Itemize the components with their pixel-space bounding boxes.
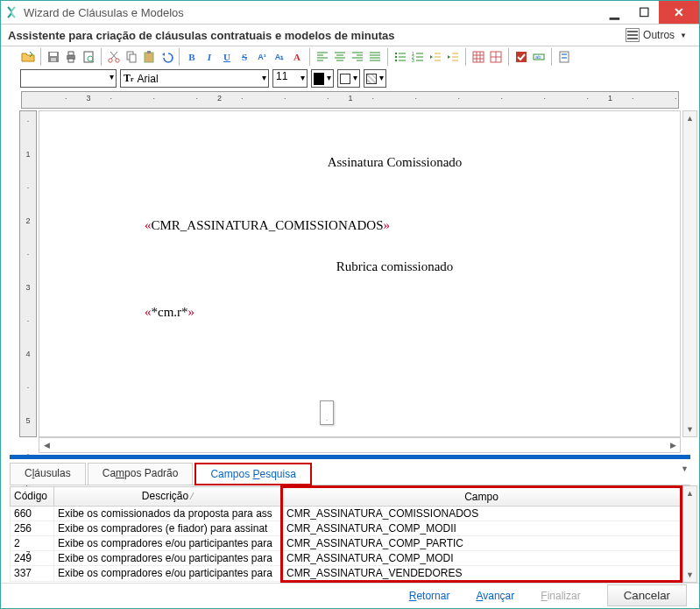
retornar-button[interactable]: Retornar: [409, 590, 450, 602]
scroll-down-icon[interactable]: ▼: [683, 422, 697, 436]
editor-vertical-scrollbar[interactable]: ▲ ▼: [682, 110, 697, 437]
ruler-numbers: ·3· · ·2· · ·1· · · · · ·1· · ·2· · ·3· …: [22, 94, 679, 103]
scroll-left-icon[interactable]: ◀: [39, 438, 53, 452]
table-row[interactable]: 2Exibe os compradores e/ou participantes…: [11, 535, 682, 550]
font-size-combo[interactable]: 11: [272, 69, 308, 88]
app-icon: [4, 5, 18, 19]
indent-icon[interactable]: [445, 49, 461, 65]
wizard-window: Wizard de Cláusulas e Modelos ▁ ☐ ✕ Assi…: [0, 0, 700, 609]
paste-icon[interactable]: [141, 49, 157, 65]
table-grid-icon[interactable]: [488, 49, 504, 65]
doc-text-rubrica: Rubrica comissionado: [145, 259, 645, 274]
svg-rect-5: [68, 59, 74, 62]
align-right-icon[interactable]: [350, 49, 365, 65]
editor-region: ·1·2·3·4·5·6·7 Assinatura Comissionado «…: [1, 109, 699, 437]
font-combo[interactable]: Tr Arial: [120, 69, 269, 88]
open-folder-icon[interactable]: [20, 49, 36, 65]
horizontal-ruler[interactable]: ·3· · ·2· · ·1· · · · · ·1· · ·2· · ·3· …: [21, 91, 679, 109]
subtitle-text: Assistente para criação de cláusulas con…: [8, 29, 620, 42]
cell-campo: CMR_ASSINATURA_COMISSIONADOS: [282, 506, 682, 520]
undo-icon[interactable]: [159, 49, 174, 65]
cell-codigo: 249: [11, 550, 54, 565]
outdent-icon[interactable]: [428, 49, 443, 65]
maximize-button[interactable]: ☐: [629, 1, 659, 24]
svg-rect-59: [516, 52, 527, 62]
cell-codigo: 660: [11, 506, 54, 520]
scroll-right-icon[interactable]: ▶: [666, 438, 680, 452]
font-color-combo[interactable]: [311, 69, 334, 88]
check-icon[interactable]: [513, 49, 529, 65]
copy-icon[interactable]: [124, 49, 139, 65]
align-justify-icon[interactable]: [367, 49, 383, 65]
svg-rect-15: [145, 53, 153, 62]
page-setup-icon[interactable]: [556, 49, 572, 65]
bullet-list-icon[interactable]: [392, 49, 408, 65]
horizontal-ruler-wrap: ·3· · ·2· · ·1· · · · · ·1· · ·2· · ·3· …: [1, 91, 699, 109]
number-list-icon[interactable]: 123: [410, 49, 426, 65]
table-row[interactable]: 249Exibe os compradores e/ou participant…: [11, 550, 682, 565]
insert-table-icon[interactable]: [470, 49, 486, 65]
cell-codigo: 337: [11, 565, 54, 581]
tab-campos-pesquisa[interactable]: Campos Pesquisa: [194, 463, 311, 485]
document-viewport[interactable]: Assinatura Comissionado «CMR_ASSINATURA_…: [39, 110, 681, 437]
border-combo[interactable]: [337, 69, 360, 88]
table-vertical-scrollbar[interactable]: ▲ ▼: [682, 485, 697, 583]
svg-point-37: [395, 60, 397, 61]
table-row[interactable]: 660Exibe os comissionados da proposta pa…: [11, 506, 682, 520]
fontcolor-icon[interactable]: A: [289, 49, 305, 65]
table-row[interactable]: 337Exibe os compradores e/ou participant…: [11, 565, 682, 581]
cell-descricao: Exibe os compradores e/ou participantes …: [54, 565, 282, 581]
underline-icon[interactable]: U: [219, 49, 235, 65]
doc-merge-field-2[interactable]: «*cm.r*»: [145, 305, 645, 320]
preview-icon[interactable]: [81, 49, 96, 65]
style-combo[interactable]: [20, 69, 117, 88]
close-button[interactable]: ✕: [659, 1, 699, 24]
tab-campos-padrao[interactable]: Campos Padrão: [88, 463, 194, 485]
bold-icon[interactable]: B: [184, 49, 200, 65]
svg-rect-51: [473, 52, 484, 62]
align-left-icon[interactable]: [315, 49, 330, 65]
save-icon[interactable]: [46, 49, 61, 65]
font-size-value: 11: [276, 70, 287, 82]
cell-codigo: 2: [11, 535, 54, 550]
document-page[interactable]: Assinatura Comissionado «CMR_ASSINATURA_…: [39, 155, 680, 437]
scroll-up-icon[interactable]: ▲: [683, 111, 697, 125]
cell-campo: CMR_ASSINATURA_COMP_MODII: [282, 520, 682, 535]
editor-horizontal-scrollbar[interactable]: ◀ ▶: [39, 437, 681, 453]
table-header-row: Código Descrição ∕ Campo: [11, 486, 682, 506]
table-row[interactable]: 256Exibe os compradores (e fiador) para …: [11, 520, 682, 535]
strike-icon[interactable]: S: [237, 49, 252, 65]
tab-clausulas[interactable]: Cláusulas: [10, 463, 86, 485]
cancelar-button[interactable]: Cancelar: [607, 584, 687, 606]
cell-codigo: 256: [11, 520, 54, 535]
print-icon[interactable]: [63, 49, 79, 65]
list-icon: [626, 28, 640, 42]
subscript-icon[interactable]: A₁: [272, 49, 287, 65]
doc-text-assinatura: Assinatura Comissionado: [145, 155, 645, 170]
shading-combo[interactable]: [364, 69, 386, 88]
col-header-descricao[interactable]: Descrição ∕: [54, 486, 282, 506]
col-header-codigo[interactable]: Código: [11, 486, 54, 506]
minimize-button[interactable]: ▁: [599, 1, 629, 24]
table-scroll-up-icon[interactable]: ▲: [683, 486, 697, 500]
svg-line-11: [111, 52, 117, 59]
italic-icon[interactable]: I: [202, 49, 217, 65]
svg-text:ab: ab: [535, 54, 541, 60]
align-center-icon[interactable]: [332, 49, 348, 65]
toolbar-main: B I U S A¹ A₁ A 123 ab: [1, 46, 699, 67]
table-scroll-down-icon[interactable]: ▼: [683, 568, 697, 582]
cursor-marker: .: [320, 400, 334, 425]
cut-icon[interactable]: [106, 49, 122, 65]
insert-field-icon[interactable]: ab: [531, 49, 547, 65]
subtitle-bar: Assistente para criação de cláusulas con…: [1, 25, 699, 46]
superscript-icon[interactable]: A¹: [254, 49, 270, 65]
vertical-ruler[interactable]: ·1·2·3·4·5·6·7: [19, 110, 37, 437]
svg-rect-64: [562, 57, 567, 59]
doc-merge-field-1[interactable]: «CMR_ASSINATURA_COMISSIONADOS»: [145, 218, 645, 233]
search-fields-table[interactable]: Código Descrição ∕ Campo 660Exibe os com…: [10, 485, 682, 583]
cell-descricao: Exibe os comissionados da proposta para …: [54, 506, 282, 520]
tabs-collapse-icon[interactable]: ▼: [681, 464, 689, 473]
avancar-button[interactable]: Avançar: [476, 590, 514, 602]
col-header-campo[interactable]: Campo: [282, 486, 682, 506]
outros-menu[interactable]: Outros ▼: [620, 26, 692, 44]
